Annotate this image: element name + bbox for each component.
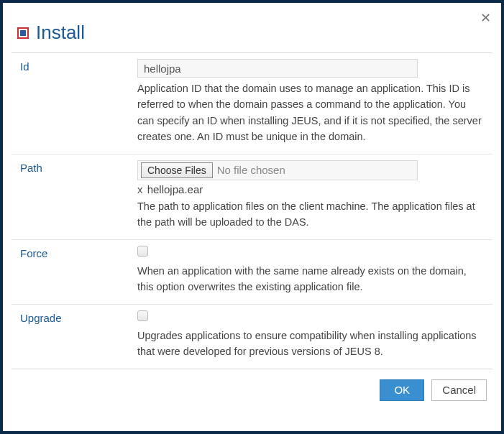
row-id: Id Application ID that the domain uses t… — [12, 53, 492, 154]
row-path: Path Choose Files No file chosen x hello… — [12, 154, 492, 240]
row-force: Force When an application with the same … — [12, 240, 492, 305]
label-force: Force — [12, 246, 137, 295]
path-desc: The path to application files on the cli… — [137, 198, 485, 231]
label-path: Path — [12, 160, 137, 231]
force-desc: When an application with the same name a… — [137, 263, 485, 295]
id-input[interactable] — [137, 59, 418, 78]
app-icon — [17, 27, 29, 39]
id-desc: Application ID that the domain uses to m… — [137, 80, 485, 145]
label-upgrade: Upgrade — [12, 310, 137, 360]
remove-file-icon[interactable]: x — [137, 183, 145, 195]
file-status: No file chosen — [216, 164, 285, 176]
dialog-title: Install — [36, 22, 85, 44]
upgrade-checkbox[interactable] — [137, 310, 148, 321]
selected-file-row: x hellojpa.ear — [137, 183, 485, 195]
file-picker[interactable]: Choose Files No file chosen — [137, 160, 418, 180]
force-checkbox[interactable] — [137, 246, 148, 257]
choose-files-button[interactable]: Choose Files — [141, 162, 213, 178]
ok-button[interactable]: OK — [380, 379, 424, 401]
upgrade-desc: Upgrades applications to ensure compatib… — [137, 328, 485, 360]
form: Id Application ID that the domain uses t… — [12, 52, 492, 369]
dialog-footer: OK Cancel — [3, 369, 501, 431]
close-icon[interactable]: ✕ — [480, 10, 491, 26]
label-id: Id — [12, 59, 137, 145]
cancel-button[interactable]: Cancel — [431, 379, 487, 401]
row-upgrade: Upgrade Upgrades applications to ensure … — [12, 305, 492, 369]
dialog-header: Install — [3, 3, 501, 52]
install-dialog: ✕ Install Id Application ID that the dom… — [3, 3, 501, 431]
selected-file-name: hellojpa.ear — [147, 183, 203, 195]
